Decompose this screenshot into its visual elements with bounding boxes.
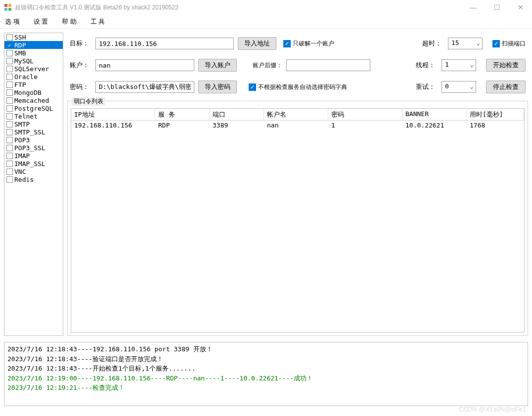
menu-settings[interactable]: 设 置: [34, 17, 48, 26]
protocol-item-ftp[interactable]: FTP: [4, 81, 63, 88]
import-user-button[interactable]: 导入账户: [198, 59, 237, 72]
td-user: nan: [264, 121, 328, 130]
checkbox-icon[interactable]: [6, 129, 13, 135]
checkbox-icon[interactable]: [6, 137, 13, 143]
watermark: CSDN @X1a0N@nFe1: [459, 406, 526, 413]
svg-rect-3: [8, 8, 11, 11]
checkbox-icon[interactable]: [6, 89, 13, 96]
th-time[interactable]: 用时[毫秒]: [467, 109, 524, 120]
log-line: 2023/7/16 12:18:43----验证端口是否开放完成！: [7, 354, 525, 364]
pwd-input[interactable]: [95, 81, 194, 93]
minimize-button[interactable]: —: [466, 3, 481, 11]
user-suffix-input[interactable]: [286, 59, 370, 71]
svg-rect-2: [4, 8, 7, 11]
single-account-checkbox[interactable]: ✓ 只破解一个账户: [283, 40, 334, 48]
import-pwd-button[interactable]: 导入密码: [198, 81, 237, 93]
protocol-list[interactable]: SSH✓RDPSMBMySQLSQLServerOracleFTPMongoDB…: [4, 33, 63, 336]
no-auto-dict-checkbox[interactable]: ✓ 不根据检查服务自动选择密码字典: [249, 83, 347, 91]
app-icon: [4, 3, 12, 11]
checkbox-icon: ✓: [283, 40, 291, 47]
checkbox-icon[interactable]: [6, 50, 13, 56]
protocol-item-redis[interactable]: Redis: [4, 175, 63, 183]
protocol-item-memcached[interactable]: Memcached: [4, 96, 63, 104]
protocol-label: IMAP: [14, 152, 30, 160]
menubar: 选 项 设 置 帮 助 工 具: [0, 15, 532, 29]
protocol-item-pop3[interactable]: POP3: [4, 136, 63, 144]
protocol-item-smb[interactable]: SMB: [4, 49, 63, 57]
protocol-item-pop3_ssl[interactable]: POP3_SSL: [4, 144, 63, 152]
checkbox-icon[interactable]: [6, 145, 13, 151]
protocol-label: SSH: [14, 34, 26, 41]
protocol-label: RDP: [14, 42, 26, 49]
protocol-item-sqlserver[interactable]: SQLServer: [4, 65, 63, 73]
table-row[interactable]: 192.168.110.156RDP3389nan110.0.226211768: [71, 121, 524, 130]
protocol-label: MongoDB: [14, 89, 42, 96]
threads-combo[interactable]: 1: [442, 59, 476, 71]
timeout-combo[interactable]: 15: [448, 38, 483, 49]
checkbox-icon[interactable]: [6, 153, 13, 159]
th-port[interactable]: 端口: [210, 109, 264, 120]
protocol-item-mongodb[interactable]: MongoDB: [4, 88, 63, 96]
table-header: IP地址 服 务 端口 帐户名 密码 BANNER 用时[毫秒]: [71, 109, 524, 121]
svg-rect-0: [4, 4, 7, 7]
checkbox-icon[interactable]: [6, 34, 13, 41]
protocol-label: SMB: [14, 49, 26, 57]
checkbox-icon[interactable]: [6, 97, 13, 104]
log-area[interactable]: 2023/7/16 12:18:43----192.168.110.156 po…: [4, 342, 528, 406]
protocol-label: PostgreSQL: [14, 105, 53, 112]
th-service[interactable]: 服 务: [155, 109, 210, 120]
threads-label: 线程：: [416, 61, 438, 70]
th-pwd[interactable]: 密码: [328, 109, 402, 120]
checkbox-icon[interactable]: [6, 113, 13, 120]
protocol-item-mysql[interactable]: MySQL: [4, 57, 63, 65]
results-legend: 弱口令列表: [72, 97, 105, 106]
protocol-item-vnc[interactable]: VNC: [4, 167, 63, 175]
scan-port-checkbox[interactable]: ✓ 扫描端口: [492, 40, 526, 48]
checkbox-icon[interactable]: [6, 66, 13, 72]
td-service: RDP: [155, 121, 210, 130]
user-input[interactable]: [95, 59, 194, 71]
protocol-label: Redis: [14, 176, 34, 183]
checkbox-icon[interactable]: [6, 121, 13, 127]
checkbox-icon[interactable]: [6, 105, 13, 112]
menu-options[interactable]: 选 项: [5, 17, 20, 26]
menu-help[interactable]: 帮 助: [62, 17, 77, 26]
checkbox-icon[interactable]: [6, 161, 13, 167]
th-ip[interactable]: IP地址: [71, 109, 155, 120]
th-banner[interactable]: BANNER: [402, 109, 467, 120]
protocol-label: Telnet: [14, 113, 38, 120]
checkbox-icon[interactable]: [6, 58, 13, 64]
protocol-item-telnet[interactable]: Telnet: [4, 112, 63, 120]
protocol-item-imap_ssl[interactable]: IMAP_SSL: [4, 160, 63, 167]
checkbox-icon[interactable]: [6, 176, 13, 183]
import-target-button[interactable]: 导入地址: [238, 37, 276, 50]
protocol-item-smtp_ssl[interactable]: SMTP_SSL: [4, 128, 63, 136]
td-port: 3389: [210, 121, 264, 130]
checkbox-icon: ✓: [492, 40, 500, 47]
th-user[interactable]: 帐户名: [264, 109, 328, 120]
maximize-button[interactable]: ☐: [489, 3, 504, 11]
protocol-item-rdp[interactable]: ✓RDP: [4, 41, 63, 49]
checkbox-icon[interactable]: ✓: [6, 42, 13, 48]
protocol-item-postgresql[interactable]: PostgreSQL: [4, 104, 63, 112]
protocol-item-smtp[interactable]: SMTP: [4, 120, 63, 128]
target-input[interactable]: [95, 38, 234, 49]
svg-rect-1: [8, 4, 11, 7]
td-time: 1768: [467, 121, 524, 130]
protocol-item-ssh[interactable]: SSH: [4, 33, 63, 41]
protocol-item-oracle[interactable]: Oracle: [4, 73, 63, 81]
protocol-label: IMAP_SSL: [14, 160, 45, 167]
protocol-label: SMTP: [14, 121, 30, 128]
protocol-item-imap[interactable]: IMAP: [4, 152, 63, 160]
retry-combo[interactable]: 0: [442, 81, 476, 93]
start-check-button[interactable]: 开始检查: [486, 59, 526, 72]
checkbox-icon[interactable]: [6, 168, 13, 175]
checkbox-icon[interactable]: [6, 74, 13, 80]
checkbox-icon[interactable]: [6, 82, 13, 88]
close-button[interactable]: ✕: [513, 3, 528, 11]
retry-label: 重试：: [416, 83, 438, 91]
stop-check-button[interactable]: 停止检查: [486, 81, 526, 93]
td-ip: 192.168.110.156: [71, 121, 155, 130]
results-table[interactable]: IP地址 服 务 端口 帐户名 密码 BANNER 用时[毫秒] 192.168…: [71, 108, 525, 333]
menu-tools[interactable]: 工 具: [90, 17, 105, 26]
